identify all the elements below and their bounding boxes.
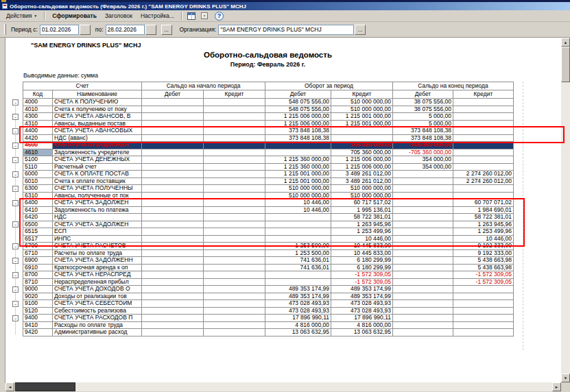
cell-ob_k[interactable]: 705 360 000,00 <box>331 149 393 156</box>
account-row[interactable]: 4010Счета к получению от поку548 075 556… <box>23 106 514 113</box>
cell-sb_d[interactable] <box>142 329 204 336</box>
cell-end_d[interactable] <box>393 199 453 207</box>
cell-ob_d[interactable]: 1 215 006 000,00 <box>265 120 331 127</box>
cell-end_d[interactable]: 373 848 108,38 <box>393 134 453 142</box>
cell-ob_k[interactable]: 473 028 493,93 <box>331 300 393 308</box>
cell-end_d[interactable] <box>393 286 453 293</box>
cell-ob_d[interactable]: 1 215 001 000,00 <box>265 177 331 185</box>
collapse-group-icon[interactable]: - <box>12 286 19 293</box>
cell-end_k[interactable]: 1 263 945,96 <box>453 221 514 228</box>
cell-end_d[interactable] <box>393 192 453 199</box>
cell-sb_k[interactable] <box>204 149 265 156</box>
cell-end_k[interactable] <box>453 163 514 171</box>
account-group-row[interactable]: 6000СЧЕТА К ОПЛАТЕ ПОСТАВ1 215 001 000,0… <box>23 171 514 178</box>
cell-sb_d[interactable] <box>142 286 204 293</box>
cell-sb_d[interactable] <box>142 214 204 221</box>
account-group-row[interactable]: 4300СЧЕТА УЧЕТА АВАНСОВ, В1 215 006 000,… <box>23 113 514 121</box>
collapse-group-icon[interactable]: - <box>12 128 19 134</box>
cell-ob_d[interactable]: 373 848 108,38 <box>265 127 331 135</box>
cell-ob_k[interactable]: 510 000 000,00 <box>331 192 393 199</box>
cell-end_d[interactable] <box>393 271 453 279</box>
cell-sb_k[interactable] <box>204 206 265 214</box>
horizontal-scrollbar[interactable]: ◄ ► <box>5 382 561 391</box>
account-row[interactable]: 9420Административные расход13 063 632,95… <box>23 329 514 336</box>
account-row[interactable]: 5110Расчетный счет1 215 360 000,001 215 … <box>23 163 514 171</box>
cell-ob_d[interactable]: 1 215 006 000,00 <box>265 113 331 121</box>
cell-sb_k[interactable] <box>204 106 265 113</box>
cell-ob_k[interactable]: 3 489 261 012,00 <box>331 171 393 178</box>
cell-ob_d[interactable]: 1 253 500,00 <box>265 249 331 257</box>
cell-name[interactable]: Краткосрочная аренда к оп <box>53 264 142 271</box>
cell-end_d[interactable] <box>393 329 453 336</box>
collapse-group-icon[interactable]: - <box>12 221 19 228</box>
cell-code[interactable]: 6400 <box>23 199 53 207</box>
cell-sb_k[interactable] <box>204 99 265 106</box>
cell-end_k[interactable] <box>453 106 514 113</box>
cell-name[interactable]: Счета к оплате поставщик <box>53 177 142 185</box>
cell-ob_k[interactable]: 6 180 299,99 <box>331 264 393 271</box>
cell-sb_d[interactable] <box>142 257 204 265</box>
cell-end_k[interactable]: 5 438 663,98 <box>453 257 514 265</box>
account-row[interactable]: 6420НДС58 722 381,0158 722 381,01 <box>23 214 514 221</box>
cell-name[interactable]: СЧЕТА УЧЕТА ДОХОДОВ О <box>53 286 142 293</box>
cell-sb_d[interactable] <box>142 142 204 149</box>
cell-ob_k[interactable]: 10 445 833,00 <box>331 249 393 257</box>
cell-end_d[interactable] <box>393 264 453 271</box>
generate-button[interactable]: Сформировать <box>49 12 100 20</box>
account-row[interactable]: 6515ЕСП1 253 499,961 253 499,96 <box>23 228 514 236</box>
cell-ob_k[interactable]: 3 489 261 012,00 <box>331 177 393 185</box>
cell-sb_d[interactable] <box>142 185 204 193</box>
cell-sb_d[interactable] <box>142 127 204 135</box>
cell-sb_k[interactable] <box>204 221 265 228</box>
cell-name[interactable]: Авансы, полученные от пок <box>53 192 142 199</box>
settings-button[interactable]: Настройка... <box>137 12 178 20</box>
cell-sb_k[interactable] <box>204 163 265 171</box>
cell-code[interactable]: 4010 <box>23 106 53 113</box>
account-group-row[interactable]: 9000СЧЕТА УЧЕТА ДОХОДОВ О489 353 174,994… <box>23 286 514 293</box>
cell-sb_k[interactable] <box>204 185 265 193</box>
cell-end_k[interactable]: 1 984 690,01 <box>453 206 514 214</box>
cell-code[interactable]: 5100 <box>23 156 53 164</box>
period-from-input[interactable] <box>40 25 79 35</box>
cell-code[interactable]: 5110 <box>23 163 53 171</box>
cell-end_d[interactable] <box>393 249 453 257</box>
cell-sb_k[interactable] <box>204 214 265 221</box>
cell-end_d[interactable] <box>393 257 453 265</box>
cell-ob_k[interactable]: 1 215 001 000,00 <box>331 120 393 127</box>
cell-ob_d[interactable]: 4 816 000,00 <box>265 321 331 329</box>
cell-end_d[interactable] <box>393 321 453 329</box>
cell-name[interactable]: СЧЕТА УЧЕТА АВАНСОВ, В <box>53 113 142 121</box>
cell-ob_d[interactable]: 473 028 493,93 <box>265 300 331 308</box>
period-ellipsis-button[interactable]: ... <box>161 25 172 35</box>
cell-name[interactable]: Авансы, выданные постав <box>53 120 142 127</box>
cell-code[interactable]: 9020 <box>23 293 53 300</box>
cell-ob_d[interactable]: 373 848 108,38 <box>265 134 331 142</box>
cell-name[interactable]: Административные расход <box>53 329 142 336</box>
cell-sb_k[interactable] <box>204 142 265 149</box>
cell-name[interactable]: СЧЕТА УЧЕТА НЕРАСПРЕД <box>53 271 142 279</box>
cell-name[interactable]: Расчетный счет <box>53 163 142 171</box>
collapse-group-icon[interactable]: - <box>12 200 19 206</box>
cell-code[interactable]: 6300 <box>23 185 53 193</box>
account-row[interactable]: 4310Авансы, выданные постав1 215 006 000… <box>23 120 514 127</box>
cell-ob_k[interactable]: 13 063 632,95 <box>331 329 393 336</box>
cell-sb_k[interactable] <box>204 171 265 178</box>
collapse-group-icon[interactable]: - <box>12 99 19 106</box>
cell-sb_k[interactable] <box>204 257 265 265</box>
cell-end_d[interactable]: 38 075 556,00 <box>393 99 453 106</box>
cell-sb_k[interactable] <box>204 199 265 207</box>
cell-sb_k[interactable] <box>204 329 265 336</box>
cell-ob_k[interactable]: 10 446,00 <box>331 235 393 243</box>
cell-sb_d[interactable] <box>142 243 204 250</box>
cell-sb_k[interactable] <box>204 235 265 243</box>
account-row[interactable]: 9410Расходы по оплате труда4 816 000,004… <box>23 321 514 329</box>
cell-sb_k[interactable] <box>204 293 265 300</box>
cell-code[interactable]: 4600 <box>23 142 53 149</box>
cell-code[interactable]: 4310 <box>23 120 53 127</box>
cell-ob_d[interactable] <box>265 214 331 221</box>
cell-sb_d[interactable] <box>142 315 204 322</box>
cell-end_k[interactable] <box>453 156 514 164</box>
cell-code[interactable]: 6420 <box>23 214 53 221</box>
cell-sb_k[interactable] <box>204 307 265 315</box>
cell-sb_d[interactable] <box>142 235 204 243</box>
